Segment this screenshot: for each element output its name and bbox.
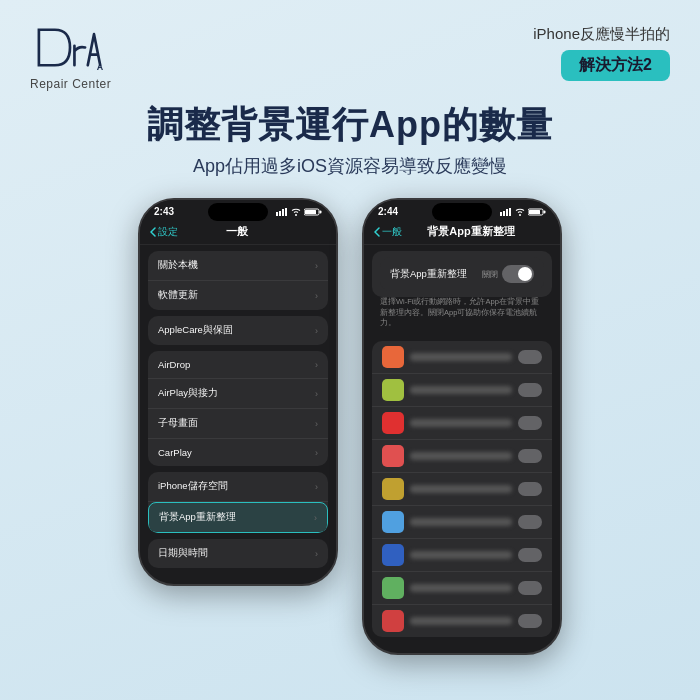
svg-rect-7 <box>320 210 322 213</box>
svg-rect-8 <box>500 212 502 216</box>
list-item-storage: iPhone儲存空間 › <box>148 472 328 502</box>
phone1-nav: 設定 一般 <box>140 219 336 245</box>
list-item-carplay: CarPlay › <box>148 439 328 466</box>
list-item-pip: 子母畫面 › <box>148 409 328 439</box>
app-toggle[interactable] <box>518 515 542 529</box>
list-item-about: 關於本機 › <box>148 251 328 281</box>
chevron-icon: › <box>315 261 318 271</box>
back-chevron-icon <box>150 227 156 237</box>
app-icon <box>382 610 404 632</box>
background-app-toggle-row: 背景App重新整理 關閉 <box>380 257 544 291</box>
app-name <box>410 584 512 592</box>
app-icon <box>382 412 404 434</box>
brand-logo: A <box>30 20 110 75</box>
app-item-9 <box>372 605 552 637</box>
phone2: 2:44 一般 背景App重新整理 <box>362 198 562 655</box>
logo-area: A Repair Center <box>30 20 111 91</box>
app-toggle[interactable] <box>518 548 542 562</box>
phone1-back: 設定 <box>150 225 178 239</box>
chevron-icon: › <box>314 513 317 523</box>
app-item-5 <box>372 473 552 506</box>
list-item-update: 軟體更新 › <box>148 281 328 310</box>
page-container: A Repair Center iPhone反應慢半拍的 解決方法2 調整背景運… <box>0 0 700 700</box>
app-toggle[interactable] <box>518 581 542 595</box>
app-item-7 <box>372 539 552 572</box>
phone2-nav: 一般 背景App重新整理 <box>364 219 560 245</box>
phone1-screen: 2:43 設定 一般 <box>140 200 336 568</box>
phone1-group1: 關於本機 › 軟體更新 › <box>148 251 328 310</box>
list-item-airplay: AirPlay與接力 › <box>148 379 328 409</box>
phone1-group5: 日期與時間 › <box>148 539 328 568</box>
chevron-icon: › <box>315 549 318 559</box>
back-chevron-icon <box>374 227 380 237</box>
wifi-icon <box>291 208 301 216</box>
app-icon <box>382 478 404 500</box>
app-toggle[interactable] <box>518 350 542 364</box>
signal-icon <box>276 208 288 216</box>
toggle-container: 背景App重新整理 關閉 選擇Wi-Fi或行動網路時，允許App在背景中重新整理… <box>372 251 552 335</box>
toggle-switch[interactable] <box>502 265 534 283</box>
svg-text:A: A <box>97 62 104 72</box>
phone2-screen: 2:44 一般 背景App重新整理 <box>364 200 560 637</box>
phone1: 2:43 設定 一般 <box>138 198 338 586</box>
list-item-datetime: 日期與時間 › <box>148 539 328 568</box>
chevron-icon: › <box>315 326 318 336</box>
chevron-icon: › <box>315 389 318 399</box>
svg-rect-2 <box>279 211 281 216</box>
solution-badge: 解決方法2 <box>561 50 670 81</box>
app-item-8 <box>372 572 552 605</box>
phone1-status-bar: 2:43 <box>140 200 336 219</box>
app-toggle[interactable] <box>518 416 542 430</box>
app-name <box>410 386 512 394</box>
svg-rect-13 <box>529 210 540 214</box>
chevron-icon: › <box>315 360 318 370</box>
list-item-background-app: 背景App重新整理 › <box>148 502 328 533</box>
app-icon <box>382 577 404 599</box>
app-name <box>410 452 512 460</box>
svg-rect-9 <box>503 211 505 216</box>
app-item-1 <box>372 341 552 374</box>
svg-rect-1 <box>276 212 278 216</box>
header-right: iPhone反應慢半拍的 解決方法2 <box>533 20 670 81</box>
phone1-group4: iPhone儲存空間 › 背景App重新整理 › <box>148 472 328 533</box>
wifi-icon <box>515 208 525 216</box>
repair-center-label: Repair Center <box>30 77 111 91</box>
app-toggle[interactable] <box>518 449 542 463</box>
app-toggle[interactable] <box>518 383 542 397</box>
svg-rect-11 <box>509 208 511 216</box>
svg-rect-3 <box>282 209 284 216</box>
phone2-nav-title: 背景App重新整理 <box>402 224 540 239</box>
app-icon <box>382 544 404 566</box>
app-name <box>410 353 512 361</box>
signal-icon <box>500 208 512 216</box>
battery-icon <box>528 208 546 216</box>
svg-rect-10 <box>506 209 508 216</box>
app-name <box>410 551 512 559</box>
svg-rect-4 <box>285 208 287 216</box>
phone2-status-icons <box>500 208 546 216</box>
sub-title: App佔用過多iOS資源容易導致反應變慢 <box>30 154 670 178</box>
toggle-group: 背景App重新整理 關閉 <box>372 251 552 297</box>
phone2-status-bar: 2:44 <box>364 200 560 219</box>
app-name <box>410 617 512 625</box>
app-icon <box>382 445 404 467</box>
app-name <box>410 485 512 493</box>
phone1-group3: AirDrop › AirPlay與接力 › 子母畫面 › CarPlay › <box>148 351 328 466</box>
chevron-icon: › <box>315 419 318 429</box>
list-item-airdrop: AirDrop › <box>148 351 328 379</box>
phone1-status-icons <box>276 208 322 216</box>
toggle-label: 背景App重新整理 <box>390 268 467 281</box>
battery-icon <box>304 208 322 216</box>
app-toggle[interactable] <box>518 614 542 628</box>
toggle-value: 關閉 <box>482 269 498 280</box>
app-toggle[interactable] <box>518 482 542 496</box>
header: A Repair Center iPhone反應慢半拍的 解決方法2 <box>30 20 670 91</box>
app-item-3 <box>372 407 552 440</box>
chevron-icon: › <box>315 291 318 301</box>
app-item-2 <box>372 374 552 407</box>
main-title: 調整背景運行App的數量 <box>30 101 670 150</box>
toggle-knob <box>518 267 532 281</box>
phone2-back: 一般 <box>374 225 402 239</box>
app-icon <box>382 511 404 533</box>
phone1-group2: AppleCare與保固 › <box>148 316 328 345</box>
